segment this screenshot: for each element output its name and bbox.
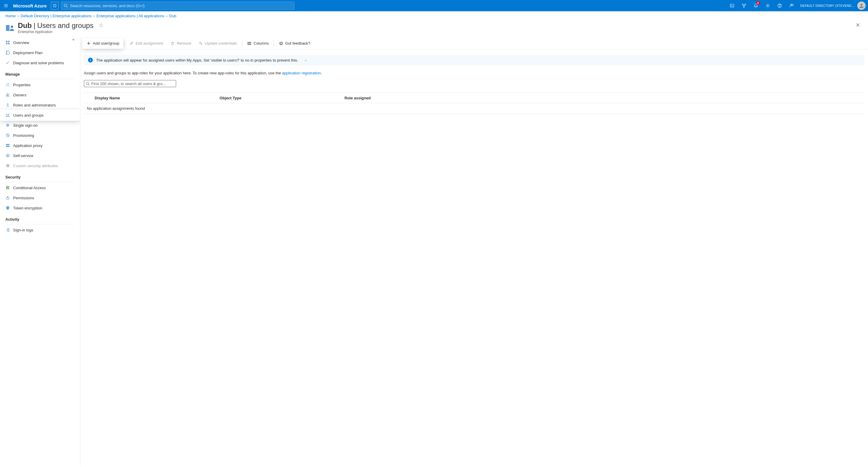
column-role-assigned[interactable]: Role assigned — [344, 96, 864, 100]
nav-label: Permissions — [13, 196, 34, 200]
users-groups-icon — [5, 113, 10, 118]
svg-point-11 — [779, 6, 780, 7]
blade-title-sep: | — [34, 22, 35, 30]
cloud-shell-button[interactable] — [726, 0, 738, 11]
collapse-nav-button[interactable]: « — [72, 37, 78, 43]
nav-permissions[interactable]: Permissions — [0, 193, 80, 203]
nav-provisioning[interactable]: Provisioning — [0, 130, 80, 141]
help-icon — [777, 3, 782, 8]
nav-roles[interactable]: Roles and administrators — [0, 100, 80, 110]
chevron-right-icon: › — [93, 14, 95, 18]
overview-icon — [5, 40, 10, 45]
blade-header: Dub | Users and groups Enterprise Applic… — [0, 20, 868, 37]
content-area: The application will appear for assigned… — [80, 50, 868, 466]
preview-icon — [53, 4, 57, 8]
nav-label: Properties — [13, 83, 31, 87]
nav-label: Owners — [13, 93, 27, 97]
column-display-name[interactable]: Display Name — [95, 96, 220, 100]
search-icon — [86, 82, 90, 85]
global-search-input[interactable] — [70, 4, 292, 8]
nav-self-service[interactable]: Self-service — [0, 151, 80, 161]
chevron-right-icon: › — [18, 14, 19, 18]
info-banner[interactable]: The application will appear for assigned… — [84, 55, 864, 65]
breadcrumb: Home › Default Directory | Enterprise ap… — [0, 11, 868, 20]
svg-rect-20 — [8, 41, 9, 42]
gear-icon — [765, 3, 770, 8]
search-icon — [64, 4, 68, 8]
nav-label: Single sign-on — [13, 123, 37, 128]
azure-top-bar: Microsoft Azure 3 DEFAULT DIRECTORY (STE… — [0, 0, 868, 11]
breadcrumb-link[interactable]: Enterprise applications | All applicatio… — [96, 14, 164, 18]
add-user-group-button[interactable]: Add user/group — [83, 39, 123, 48]
nav-signin-logs[interactable]: Sign-in logs — [0, 225, 80, 235]
divider — [242, 40, 242, 46]
arrow-right-icon: → — [303, 58, 307, 62]
nav-token-encryption[interactable]: Token encryption — [0, 203, 80, 213]
settings-button[interactable] — [762, 0, 774, 11]
info-icon — [88, 57, 93, 63]
nav-diagnose[interactable]: Diagnose and solve problems — [0, 58, 80, 68]
account-avatar[interactable] — [857, 1, 866, 10]
edit-assignment-button: Edit assignment — [126, 39, 167, 48]
nav-label: Custom security attributes — [13, 164, 58, 168]
assign-description: Assign users and groups to app-roles for… — [84, 71, 864, 75]
filter-search-input[interactable] — [91, 82, 174, 86]
nav-label: Roles and administrators — [13, 103, 56, 107]
app-registration-link[interactable]: application registration — [282, 71, 321, 75]
table-header: Display Name Object Type Role assigned — [84, 93, 864, 103]
svg-rect-56 — [90, 60, 91, 62]
nav-label: Users and groups — [13, 113, 44, 118]
blade-title-section: Users and groups — [37, 22, 93, 30]
plus-icon — [86, 41, 91, 46]
breadcrumb-link[interactable]: Home — [5, 14, 16, 18]
svg-line-6 — [66, 6, 67, 8]
nav-label: Self-service — [13, 154, 33, 158]
close-blade-button[interactable] — [854, 22, 862, 29]
filter-search[interactable] — [84, 80, 176, 87]
favorite-star[interactable] — [99, 23, 104, 28]
breadcrumb-link[interactable]: Dub — [169, 14, 176, 18]
nav-single-sign-on[interactable]: Single sign-on — [0, 120, 80, 130]
svg-rect-44 — [6, 197, 9, 199]
portal-menu-button[interactable] — [0, 0, 12, 11]
nav-deployment-plan[interactable]: Deployment Plan — [0, 48, 80, 58]
enterprise-app-icon — [5, 23, 15, 33]
nav-overview[interactable]: Overview — [0, 37, 80, 48]
empty-state: No application assignments found — [84, 103, 864, 114]
svg-point-9 — [767, 5, 768, 6]
global-search[interactable] — [61, 1, 294, 10]
nav-users-and-groups[interactable]: Users and groups — [0, 110, 80, 120]
nav-application-proxy[interactable]: Application proxy — [0, 141, 80, 151]
nav-properties[interactable]: Properties — [0, 80, 80, 90]
nav-owners[interactable]: Owners — [0, 90, 80, 100]
nav-conditional-access[interactable]: Conditional Access — [0, 183, 80, 193]
svg-rect-19 — [6, 41, 7, 42]
directories-button[interactable] — [738, 0, 750, 11]
svg-point-47 — [199, 42, 201, 43]
svg-point-36 — [8, 114, 9, 115]
got-feedback-button[interactable]: Got feedback? — [275, 39, 314, 48]
svg-rect-7 — [730, 4, 734, 7]
columns-button[interactable]: Columns — [243, 39, 272, 48]
column-object-type[interactable]: Object Type — [220, 96, 344, 100]
info-text: The application will appear for assigned… — [96, 58, 298, 62]
svg-rect-22 — [8, 43, 9, 44]
notifications-button[interactable]: 3 — [750, 0, 762, 11]
left-nav: « Overview Deployment Plan Diagnose and … — [0, 37, 80, 466]
svg-rect-43 — [6, 186, 9, 189]
assign-text-post: . — [321, 71, 322, 75]
nav-section-activity: Activity — [0, 213, 80, 223]
proxy-icon — [5, 143, 10, 148]
filter-icon — [742, 3, 746, 8]
svg-rect-21 — [6, 43, 7, 44]
help-button[interactable] — [774, 0, 785, 11]
button-label: Remove — [177, 41, 191, 45]
feedback-button[interactable] — [785, 0, 798, 11]
breadcrumb-link[interactable]: Default Directory | Enterprise applicati… — [21, 14, 92, 18]
signin-icon — [5, 227, 10, 232]
blade-subtitle: Enterprise Application — [18, 30, 104, 34]
svg-rect-42 — [6, 164, 9, 167]
svg-point-55 — [90, 59, 91, 60]
preview-toggle[interactable] — [51, 2, 59, 9]
nav-label: Conditional Access — [13, 186, 46, 190]
